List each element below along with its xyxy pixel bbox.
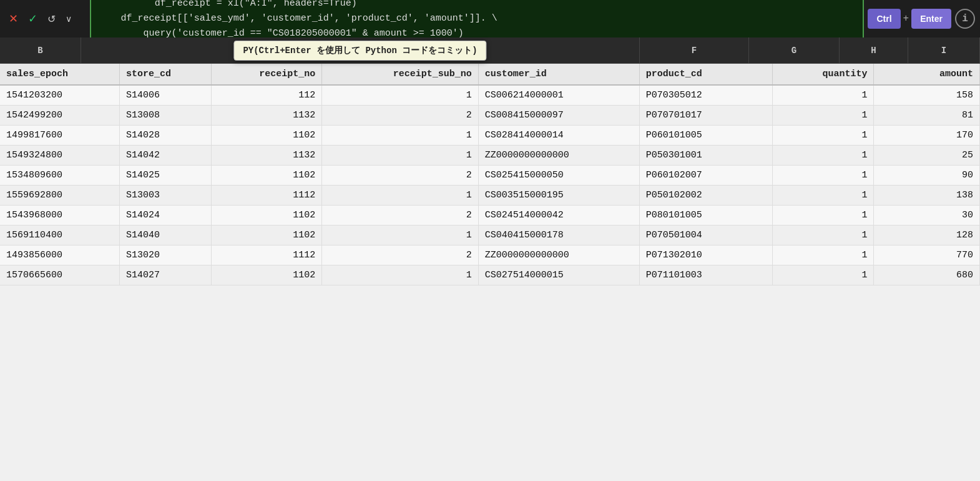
table-cell: S14040	[120, 226, 212, 245]
table-cell: S13020	[120, 245, 212, 265]
table-cell: 1	[322, 85, 479, 106]
confirm-button[interactable]: ✓	[24, 9, 41, 28]
enter-button[interactable]: Enter	[911, 9, 951, 29]
table-cell: 30	[874, 206, 980, 226]
col-header-g: G	[749, 37, 840, 63]
table-cell: 1102	[212, 166, 322, 186]
table-cell: 770	[874, 245, 980, 265]
table-cell: 1559692800	[0, 186, 120, 206]
table-cell: P060101005	[639, 126, 773, 146]
col-header-b: B	[0, 37, 81, 63]
table-cell: S13003	[120, 186, 212, 206]
table-cell: 1569110400	[0, 226, 120, 245]
table-cell: P070501004	[639, 226, 773, 245]
table-cell: 1534809600	[0, 166, 120, 186]
table-cell: S14028	[120, 126, 212, 146]
table-cell: 1549324800	[0, 146, 120, 166]
close-button[interactable]: ✕	[5, 9, 22, 28]
table-cell: 1	[322, 265, 479, 285]
table-cell: 1	[322, 186, 479, 206]
main-content: B PY(Ctrl+Enter を使用して Python コードをコミット) F…	[0, 37, 980, 481]
col-header-tooltip-area: PY(Ctrl+Enter を使用して Python コードをコミット)	[81, 37, 640, 63]
table-cell: 25	[874, 146, 980, 166]
table-row: 1542499200S1300811322CS008415000097P0707…	[0, 106, 980, 126]
table-cell: S14006	[120, 85, 212, 106]
table-cell: P050102002	[639, 186, 773, 206]
col-sales-epoch: sales_epoch	[0, 64, 120, 85]
table-row: 1534809600S1402511022CS025415000050P0601…	[0, 166, 980, 186]
table-cell: 128	[874, 226, 980, 245]
col-quantity: quantity	[773, 64, 874, 85]
table-cell: 1570665600	[0, 265, 120, 285]
table-row: 1541203200S140061121CS006214000001P07030…	[0, 85, 980, 106]
table-cell: 1542499200	[0, 106, 120, 126]
table-row: 1559692800S1300311121CS003515000195P0501…	[0, 186, 980, 206]
table-header-row: sales_epoch store_cd receipt_no receipt_…	[0, 64, 980, 85]
table-row: 1569110400S1404011021CS040415000178P0705…	[0, 226, 980, 245]
table-cell: S14027	[120, 265, 212, 285]
table-cell: 1499817600	[0, 126, 120, 146]
col-customer-id: customer_id	[478, 64, 639, 85]
table-cell: S14025	[120, 166, 212, 186]
refresh-button[interactable]: ↺	[44, 11, 59, 27]
table-cell: P080101005	[639, 206, 773, 226]
table-cell: 1	[773, 226, 874, 245]
table-cell: CS027514000015	[478, 265, 639, 285]
data-table: sales_epoch store_cd receipt_no receipt_…	[0, 64, 980, 285]
table-cell: CS028414000014	[478, 126, 639, 146]
table-cell: 158	[874, 85, 980, 106]
table-cell: 90	[874, 166, 980, 186]
table-cell: P070305012	[639, 85, 773, 106]
table-cell: CS006214000001	[478, 85, 639, 106]
table-cell: S13008	[120, 106, 212, 126]
table-cell: 1	[773, 166, 874, 186]
table-row: 1543968000S1402411022CS024514000042P0801…	[0, 206, 980, 226]
table-cell: 2	[322, 206, 479, 226]
table-cell: 1493856000	[0, 245, 120, 265]
table-cell: 1	[773, 85, 874, 106]
table-cell: 1	[773, 265, 874, 285]
toolbar: ✕ ✓ ↺ ∨ PY df_receipt = xl("A:I", header…	[0, 0, 980, 37]
col-store-cd: store_cd	[120, 64, 212, 85]
table-cell: CS040415000178	[478, 226, 639, 245]
table-cell: CS003515000195	[478, 186, 639, 206]
plus-sign: +	[903, 13, 909, 24]
col-product-cd: product_cd	[639, 64, 773, 85]
data-table-wrapper: sales_epoch store_cd receipt_no receipt_…	[0, 64, 980, 481]
table-cell: 170	[874, 126, 980, 146]
table-body: 1541203200S140061121CS006214000001P07030…	[0, 85, 980, 285]
table-cell: 1541203200	[0, 85, 120, 106]
table-cell: P071302010	[639, 245, 773, 265]
table-row: 1570665600S1402711021CS027514000015P0711…	[0, 265, 980, 285]
table-row: 1499817600S1402811021CS028414000014P0601…	[0, 126, 980, 146]
col-amount: amount	[874, 64, 980, 85]
table-cell: 1	[773, 126, 874, 146]
table-cell: 1102	[212, 226, 322, 245]
tooltip-box: PY(Ctrl+Enter を使用して Python コードをコミット)	[233, 41, 486, 61]
dropdown-button[interactable]: ∨	[62, 11, 76, 26]
table-cell: ZZ0000000000000	[478, 245, 639, 265]
table-cell: 1112	[212, 186, 322, 206]
table-cell: 1	[322, 146, 479, 166]
table-cell: 2	[322, 106, 479, 126]
col-header-i: I	[908, 37, 980, 63]
col-header-h: H	[840, 37, 908, 63]
col-receipt-sub-no: receipt_sub_no	[322, 64, 479, 85]
table-cell: P050301001	[639, 146, 773, 166]
table-cell: 680	[874, 265, 980, 285]
table-cell: 1	[773, 206, 874, 226]
table-cell: 1	[773, 146, 874, 166]
ctrl-button[interactable]: Ctrl	[868, 9, 900, 29]
table-cell: ZZ0000000000000	[478, 146, 639, 166]
table-cell: 1	[773, 106, 874, 126]
table-cell: 112	[212, 85, 322, 106]
table-cell: CS008415000097	[478, 106, 639, 126]
table-cell: 2	[322, 166, 479, 186]
toolbar-icons: ✕ ✓ ↺ ∨	[5, 9, 86, 28]
table-cell: 1	[773, 186, 874, 206]
table-cell: 138	[874, 186, 980, 206]
table-cell: P060102007	[639, 166, 773, 186]
ctrl-enter-area: Ctrl + Enter	[868, 9, 951, 29]
info-button[interactable]: i	[955, 9, 975, 29]
col-receipt-no: receipt_no	[212, 64, 322, 85]
